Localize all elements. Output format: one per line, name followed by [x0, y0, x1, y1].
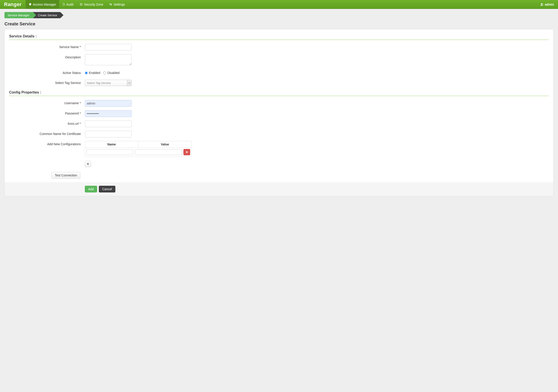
- common-name-input[interactable]: [85, 131, 131, 137]
- new-config-table: Name Value: [85, 141, 192, 157]
- gear-icon: [109, 3, 112, 6]
- nav-label: Settings: [113, 3, 125, 6]
- nav-label: Security Zone: [84, 3, 103, 6]
- shield-icon: [29, 3, 32, 6]
- section-divider: [9, 96, 549, 96]
- user-icon: [540, 3, 543, 6]
- nav-security-zone[interactable]: Security Zone: [77, 0, 106, 9]
- zone-icon: [80, 3, 83, 6]
- radio-enabled[interactable]: [85, 71, 88, 74]
- radio-label: Disabled: [107, 71, 119, 75]
- label-add-new-config: Add New Configurations: [9, 141, 85, 146]
- config-name-input[interactable]: [86, 149, 133, 155]
- user-menu[interactable]: admin: [536, 0, 558, 9]
- cancel-button[interactable]: Cancel: [99, 186, 115, 192]
- file-icon: [62, 3, 65, 6]
- label-password: Password *: [9, 110, 85, 115]
- label-common-name: Common Name for Certificate: [9, 131, 85, 136]
- config-col-name: Name: [85, 141, 138, 148]
- radio-label: Enabled: [89, 71, 100, 75]
- close-icon: [186, 151, 188, 153]
- nav-menu: Access Manager Audit Security Zone Setti…: [26, 0, 128, 9]
- breadcrumb-service-manager[interactable]: Service Manager: [4, 12, 33, 18]
- add-config-button[interactable]: +: [85, 161, 91, 167]
- config-value-input[interactable]: [135, 149, 182, 155]
- label-active-status: Active Status: [9, 71, 85, 75]
- breadcrumb-label: Service Manager: [8, 14, 29, 17]
- active-status-disabled[interactable]: Disabled: [103, 71, 119, 75]
- section-divider: [9, 40, 549, 40]
- remove-config-button[interactable]: [183, 149, 190, 155]
- nav-audit[interactable]: Audit: [59, 0, 77, 9]
- nav-settings[interactable]: Settings: [106, 0, 128, 9]
- service-name-input[interactable]: [85, 44, 131, 51]
- config-col-value: Value: [138, 141, 192, 148]
- description-input[interactable]: [85, 54, 131, 65]
- create-service-panel: Service Details : Service Name * Descrip…: [4, 29, 554, 196]
- knox-url-input[interactable]: [85, 121, 131, 127]
- label-username: Username *: [9, 100, 85, 105]
- label-knox-url: knox.url *: [9, 121, 85, 125]
- select-placeholder: Select Tag Service: [87, 81, 111, 85]
- label-service-name: Service Name *: [9, 44, 85, 49]
- breadcrumb: Service Manager Create Service: [4, 12, 554, 18]
- user-name: admin: [545, 3, 554, 6]
- password-input[interactable]: [85, 110, 131, 117]
- test-connection-button[interactable]: Test Connection: [52, 172, 80, 179]
- active-status-enabled[interactable]: Enabled: [85, 71, 100, 75]
- nav-access-manager[interactable]: Access Manager: [26, 0, 59, 9]
- add-button[interactable]: Add: [85, 186, 97, 192]
- select-tag-service[interactable]: Select Tag Service: [85, 80, 131, 86]
- svg-point-2: [542, 4, 543, 4]
- section-service-details-title: Service Details :: [9, 34, 549, 38]
- brand-logo[interactable]: Ranger: [0, 0, 26, 9]
- nav-label: Audit: [66, 3, 73, 6]
- breadcrumb-label: Create Service: [38, 14, 57, 17]
- form-actions: Add Cancel: [5, 182, 553, 196]
- nav-label: Access Manager: [33, 3, 56, 6]
- section-config-title: Config Properties :: [9, 90, 549, 95]
- svg-point-1: [541, 3, 542, 4]
- label-select-tag-service: Select Tag Service: [9, 81, 85, 85]
- username-input[interactable]: [85, 100, 131, 107]
- radio-disabled[interactable]: [103, 71, 106, 74]
- page-title: Create Service: [4, 21, 554, 26]
- label-description: Description: [9, 54, 85, 59]
- breadcrumb-create-service: Create Service: [33, 12, 61, 18]
- chevron-down-icon: [127, 80, 131, 86]
- top-navbar: Ranger Access Manager Audit Security Zon…: [0, 0, 558, 9]
- config-row: [85, 148, 192, 157]
